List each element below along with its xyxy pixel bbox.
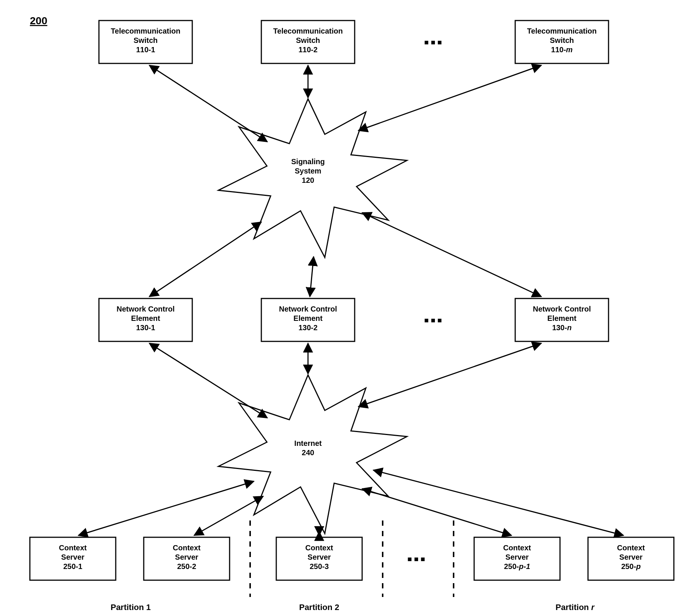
cs3-l1: Context [305,544,333,552]
conn-nce1-int [149,343,267,418]
nce-n: Network Control Element 130-n [515,298,609,341]
internet-line1: Internet [294,439,322,447]
diagram-canvas: 200 Telecommunication Switch 110-1 Telec… [0,0,700,616]
nce-1-line2: Element [131,314,160,322]
cs2-l1: Context [173,544,201,552]
nce-1: Network Control Element 130-1 [99,298,192,341]
cs2-id: 250-2 [177,562,196,570]
switch-ellipsis: ■ ■ ■ [424,38,442,46]
cs1-l2: Server [61,553,84,561]
signaling-id: 120 [302,176,314,184]
partition-2-label: Partition 2 [299,603,339,612]
cs1-id: 250-1 [63,562,82,570]
nce-2: Network Control Element 130-2 [261,298,355,341]
conn-sw1-sig [149,65,267,142]
csp1-l2: Server [505,553,529,561]
figure-number: 200 [30,15,47,26]
switch-2-line2: Switch [296,36,320,44]
switch-m-line2: Switch [550,36,574,44]
nce-1-id: 130-1 [136,323,155,332]
conn-int-csp [373,470,623,535]
switch-1-line1: Telecommunication [111,27,180,35]
cs3-id: 250-3 [309,562,329,570]
nce-n-line2: Element [547,314,576,322]
switch-1-line2: Switch [134,36,158,44]
conn-int-cs2 [194,496,263,535]
context-server-3: Context Server 250-3 [276,537,362,580]
context-server-1: Context Server 250-1 [30,537,116,580]
signaling-system: Signaling System 120 [218,99,407,257]
internet-id: 240 [302,448,314,457]
nce-1-line1: Network Control [116,305,175,313]
nce-2-line2: Element [293,314,323,322]
signaling-line1: Signaling [291,157,325,166]
conn-int-cs1 [78,481,254,535]
telecom-switch-m: Telecommunication Switch 110-m [515,21,609,63]
conn-int-csp1 [362,489,511,535]
switch-m-line1: Telecommunication [527,27,597,35]
nce-n-line1: Network Control [533,305,591,313]
cs1-l1: Context [59,544,87,552]
cs3-l2: Server [308,553,331,561]
conn-sig-ncen [362,213,541,297]
telecom-switch-1: Telecommunication Switch 110-1 [99,21,192,63]
partition-1-label: Partition 1 [111,603,151,612]
csp1-id: 250-p-1 [504,562,530,570]
nce-2-line1: Network Control [279,305,337,313]
csp-id: 250-p [621,562,641,570]
csp-l1: Context [617,544,645,552]
nce-n-id: 130-n [552,323,572,332]
cs2-l2: Server [175,553,198,561]
context-server-2: Context Server 250-2 [144,537,230,580]
nce-ellipsis: ■ ■ ■ [424,316,442,324]
server-ellipsis: ■ ■ ■ [407,555,425,563]
partition-r-label: Partition r [556,603,595,612]
csp1-l1: Context [503,544,531,552]
switch-2-line1: Telecommunication [273,27,343,35]
conn-sig-nce2 [310,257,314,297]
telecom-switch-2: Telecommunication Switch 110-2 [261,21,355,63]
conn-sig-nce1 [149,222,261,297]
nce-2-id: 130-2 [298,323,317,332]
context-server-p: Context Server 250-p [588,537,674,580]
conn-ncen-int [358,343,541,407]
signaling-line2: System [295,167,321,175]
switch-2-id: 110-2 [298,46,317,54]
switch-1-id: 110-1 [136,46,155,54]
csp-l2: Server [619,553,643,561]
context-server-p-1: Context Server 250-p-1 [474,537,560,580]
internet-cloud: Internet 240 [218,375,407,534]
switch-m-id: 110-m [551,46,573,54]
conn-swm-sig [358,65,541,131]
